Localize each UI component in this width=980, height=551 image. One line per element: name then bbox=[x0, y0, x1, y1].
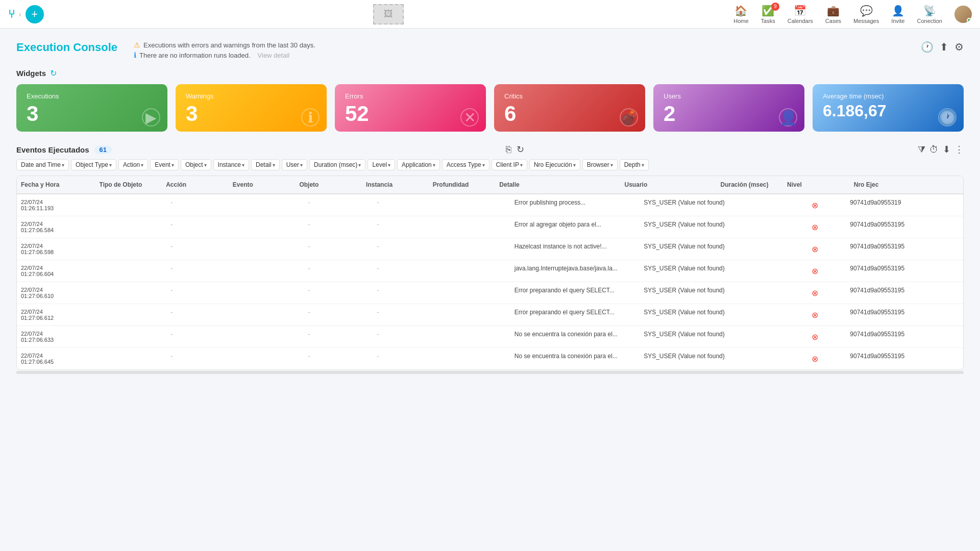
table-row[interactable]: 22/07/24 01:27:06.610 - - - Error prepar… bbox=[17, 282, 963, 304]
cell-objeto: - bbox=[304, 216, 373, 238]
cell-evento bbox=[235, 304, 304, 325]
table-row[interactable]: 22/07/24 01:27:06.598 - - - Hazelcast in… bbox=[17, 238, 963, 260]
cell-profundidad bbox=[442, 238, 510, 260]
widget-avg-time: Average time (msec) 6.186,67 🕐 bbox=[813, 84, 964, 132]
filter-chip-object-type[interactable]: Object Type▾ bbox=[71, 159, 116, 170]
refresh-events-button[interactable]: ↻ bbox=[517, 144, 524, 155]
cell-evento bbox=[235, 194, 304, 216]
user-avatar[interactable] bbox=[954, 6, 972, 23]
horizontal-scrollbar[interactable] bbox=[16, 371, 964, 374]
filter-chip-event[interactable]: Event▾ bbox=[150, 159, 179, 170]
cell-instancia: - bbox=[373, 260, 442, 282]
col-fecha: Fecha y Hora bbox=[17, 176, 95, 193]
events-actions: ⎘ ↻ bbox=[506, 144, 524, 155]
filter-chip-client-ip[interactable]: Client IP▾ bbox=[492, 159, 527, 170]
table-row[interactable]: 22/07/24 01:26:11.193 - - - Error publis… bbox=[17, 194, 963, 216]
cell-nivel: ⊗ bbox=[807, 282, 846, 304]
filter-chip-duration-(msec)[interactable]: Duration (msec)▾ bbox=[309, 159, 365, 170]
nav-tasks[interactable]: ✅ 9 Tasks bbox=[761, 5, 775, 24]
widget-avg-icon: 🕐 bbox=[938, 108, 957, 127]
table-row[interactable]: 22/07/24 01:27:06.604 - - - java.lang.In… bbox=[17, 260, 963, 282]
filter-chip-object[interactable]: Object▾ bbox=[181, 159, 211, 170]
cell-tipo bbox=[97, 194, 166, 216]
table-row[interactable]: 22/07/24 01:27:06.645 - - - No se encuen… bbox=[17, 348, 963, 369]
cell-nivel: ⊗ bbox=[807, 238, 846, 260]
nav-home-label: Home bbox=[733, 18, 748, 24]
cell-accion: - bbox=[166, 282, 235, 304]
filter-chip-browser[interactable]: Browser▾ bbox=[582, 159, 618, 170]
header-center: 🖼 bbox=[44, 4, 734, 24]
cell-duracion bbox=[739, 194, 807, 216]
filter-chip-access-type[interactable]: Access Type▾ bbox=[442, 159, 489, 170]
history-events-button[interactable]: ⏱ bbox=[929, 144, 939, 155]
cell-nro: 90741d9a09553195 bbox=[846, 238, 963, 260]
nav-calendars[interactable]: 📅 Calendars bbox=[788, 5, 813, 24]
home-icon: 🏠 bbox=[734, 5, 747, 17]
nav-connection[interactable]: 📡 Conection bbox=[917, 5, 942, 24]
nav-messages[interactable]: 💬 Messages bbox=[853, 5, 879, 24]
filter-chip-instance[interactable]: Instance▾ bbox=[213, 159, 249, 170]
cell-nro: 90741d9a0955319 bbox=[846, 194, 963, 216]
widget-warnings: Warnings 3 ℹ bbox=[176, 84, 327, 132]
cell-accion: - bbox=[166, 304, 235, 325]
copy-events-button[interactable]: ⎘ bbox=[506, 144, 511, 155]
cell-usuario: SYS_USER (Value not found) bbox=[640, 348, 739, 369]
nav-tasks-label: Tasks bbox=[761, 18, 775, 24]
info-circle-icon: ℹ bbox=[134, 51, 136, 59]
filter-chip-action[interactable]: Action▾ bbox=[118, 159, 148, 170]
cell-nro: 90741d9a09553195 bbox=[846, 216, 963, 238]
filter-bar: Date and Time▾Object Type▾Action▾Event▾O… bbox=[16, 159, 964, 170]
widget-users-icon: 👤 bbox=[779, 108, 797, 127]
filter-chip-date-and-time[interactable]: Date and Time▾ bbox=[16, 159, 69, 170]
cell-objeto: - bbox=[304, 238, 373, 260]
refresh-widgets-button[interactable]: ↻ bbox=[50, 68, 57, 78]
view-detail-link[interactable]: View detail bbox=[258, 52, 290, 59]
cell-nivel: ⊗ bbox=[807, 326, 846, 347]
widget-warnings-icon: ℹ bbox=[301, 108, 320, 127]
widget-errors-value: 52 bbox=[345, 102, 476, 126]
cell-usuario: SYS_USER (Value not found) bbox=[640, 260, 739, 282]
filter-chip-depth[interactable]: Depth▾ bbox=[620, 159, 649, 170]
filter-chip-application[interactable]: Application▾ bbox=[397, 159, 440, 170]
more-events-button[interactable]: ⋮ bbox=[954, 144, 964, 155]
settings-action-button[interactable]: ⚙ bbox=[954, 41, 964, 53]
cell-detalle: Hazelcast instance is not active!... bbox=[510, 238, 640, 260]
cell-detalle: Error preparando el query SELECT... bbox=[510, 282, 640, 304]
col-detalle: Detalle bbox=[495, 176, 620, 193]
cell-profundidad bbox=[442, 348, 510, 369]
cell-duracion bbox=[739, 282, 807, 304]
cell-profundidad bbox=[442, 260, 510, 282]
cell-duracion bbox=[739, 260, 807, 282]
tasks-badge: 9 bbox=[771, 3, 779, 11]
nav-home[interactable]: 🏠 Home bbox=[733, 5, 748, 24]
upload-action-button[interactable]: ⬆ bbox=[940, 41, 948, 53]
filter-chip-level[interactable]: Level▾ bbox=[368, 159, 395, 170]
add-button[interactable]: + bbox=[26, 5, 44, 23]
cell-duracion bbox=[739, 326, 807, 347]
nav-invite[interactable]: 👤 Invite bbox=[891, 5, 904, 24]
events-right-actions: ⧩ ⏱ ⬇ ⋮ bbox=[918, 144, 964, 155]
table-row[interactable]: 22/07/24 01:27:06.633 - - - No se encuen… bbox=[17, 326, 963, 348]
table-row[interactable]: 22/07/24 01:27:06.612 - - - Error prepar… bbox=[17, 304, 963, 326]
cell-nro: 90741d9a09553195 bbox=[846, 260, 963, 282]
download-events-button[interactable]: ⬇ bbox=[943, 144, 950, 155]
col-tipo: Tipo de Objeto bbox=[95, 176, 162, 193]
cell-nro: 90741d9a09553195 bbox=[846, 326, 963, 347]
cell-date: 22/07/24 01:27:06.598 bbox=[17, 238, 97, 260]
cell-nivel: ⊗ bbox=[807, 304, 846, 325]
filter-chip-detail[interactable]: Detail▾ bbox=[251, 159, 280, 170]
table-row[interactable]: 22/07/24 01:27:06.584 - - - Error al agr… bbox=[17, 216, 963, 238]
cell-evento bbox=[235, 260, 304, 282]
filter-chip-nro-ejecución[interactable]: Nro Ejecución▾ bbox=[529, 159, 580, 170]
filter-events-button[interactable]: ⧩ bbox=[918, 144, 925, 155]
col-nivel: Nivel bbox=[783, 176, 850, 193]
cell-usuario: SYS_USER (Value not found) bbox=[640, 282, 739, 304]
cell-nivel: ⊗ bbox=[807, 194, 846, 216]
clock-action-button[interactable]: 🕐 bbox=[921, 41, 934, 53]
cell-profundidad bbox=[442, 304, 510, 325]
widget-warnings-label: Warnings bbox=[186, 92, 316, 100]
nav-cases[interactable]: 💼 Cases bbox=[825, 5, 841, 24]
cell-detalle: Error al agregar objeto para el... bbox=[510, 216, 640, 238]
table-head: Fecha y Hora Tipo de Objeto Acción Event… bbox=[17, 176, 963, 194]
filter-chip-user[interactable]: User▾ bbox=[282, 159, 307, 170]
